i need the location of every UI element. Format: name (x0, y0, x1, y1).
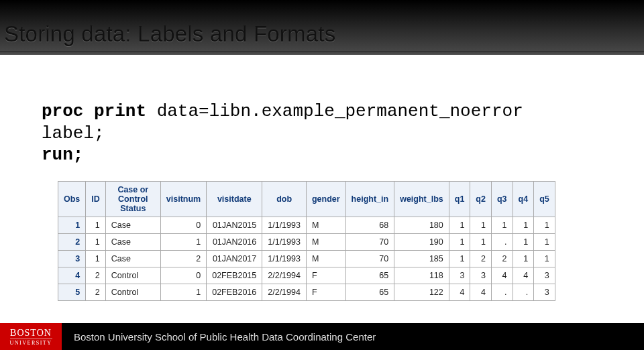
cell: Case (105, 217, 160, 233)
code-keyword: proc print (42, 101, 157, 121)
col-obs: Obs (58, 181, 86, 217)
cell: 01JAN2016 (207, 233, 262, 250)
cell-obs: 1 (58, 217, 86, 233)
col-height: height_in (345, 181, 394, 217)
cell: 65 (345, 284, 394, 300)
cell: M (306, 217, 345, 233)
logo-line2: UNIVERSITY (10, 339, 52, 346)
cell: 1 (470, 233, 492, 250)
cell: 1 (160, 284, 206, 300)
table-header-row: Obs ID Case or Control Status visitnum v… (58, 181, 555, 217)
table-row: 1 1 Case 0 01JAN2015 1/1/1993 M 68 180 1… (58, 217, 555, 233)
cell: 2 (491, 250, 513, 267)
cell: 1 (470, 217, 492, 233)
col-weight: weight_lbs (394, 181, 449, 217)
cell-obs: 3 (58, 250, 86, 267)
cell: 4 (470, 284, 492, 300)
cell: 1 (160, 233, 206, 250)
cell: 3 (470, 267, 492, 284)
cell: 1 (491, 217, 513, 233)
cell: 01JAN2015 (207, 217, 262, 233)
cell: 01JAN2017 (207, 250, 262, 267)
col-gender: gender (306, 181, 345, 217)
cell: 1 (86, 217, 106, 233)
cell: 2 (160, 250, 206, 267)
cell: 2/2/1994 (262, 267, 307, 284)
col-dob: dob (262, 181, 307, 217)
code-block: proc print data=libn.example_permanent_n… (42, 101, 617, 166)
cell: 70 (345, 233, 394, 250)
cell: . (491, 284, 513, 300)
cell: 65 (345, 267, 394, 284)
cell: 70 (345, 250, 394, 267)
cell: 3 (449, 267, 470, 284)
col-visitnum: visitnum (160, 181, 206, 217)
table-row: 2 1 Case 1 01JAN2016 1/1/1993 M 70 190 1… (58, 233, 555, 250)
col-q3: q3 (491, 181, 513, 217)
cell: 68 (345, 217, 394, 233)
cell: 02FEB2016 (207, 284, 262, 300)
cell: M (306, 233, 345, 250)
cell: 2 (86, 267, 106, 284)
table-body: 1 1 Case 0 01JAN2015 1/1/1993 M 68 180 1… (58, 217, 555, 300)
cell: Control (105, 284, 160, 300)
cell-obs: 4 (58, 267, 86, 284)
cell: 2 (86, 284, 106, 300)
cell: 1 (534, 250, 555, 267)
col-q4: q4 (513, 181, 534, 217)
cell: 0 (160, 267, 206, 284)
output-table: Obs ID Case or Control Status visitnum v… (58, 181, 555, 301)
cell: 122 (394, 284, 449, 300)
cell: 2 (470, 250, 492, 267)
cell: Control (105, 267, 160, 284)
output-table-wrap: Obs ID Case or Control Status visitnum v… (58, 181, 617, 301)
cell: 1/1/1993 (262, 217, 307, 233)
cell: 1 (449, 233, 470, 250)
cell: F (306, 267, 345, 284)
table-row: 3 1 Case 2 01JAN2017 1/1/1993 M 70 185 1… (58, 250, 555, 267)
cell: 1 (513, 217, 534, 233)
cell: 1 (513, 250, 534, 267)
code-keyword: run; (42, 145, 83, 165)
cell: 1 (86, 250, 106, 267)
cell: 02FEB2015 (207, 267, 262, 284)
cell: 1 (449, 217, 470, 233)
footer-bar: BOSTON UNIVERSITY Boston University Scho… (0, 323, 644, 350)
cell: 1 (86, 233, 106, 250)
cell: 180 (394, 217, 449, 233)
table-row: 4 2 Control 0 02FEB2015 2/2/1994 F 65 11… (58, 267, 555, 284)
bu-logo: BOSTON UNIVERSITY (0, 323, 62, 350)
cell: 190 (394, 233, 449, 250)
cell: 185 (394, 250, 449, 267)
cell: 1 (534, 233, 555, 250)
slide-title: Storing data: Labels and Formats (4, 21, 335, 47)
slide: Storing data: Labels and Formats proc pr… (0, 0, 644, 362)
cell: M (306, 250, 345, 267)
title-underline (0, 51, 644, 52)
col-visitdate: visitdate (207, 181, 262, 217)
table-row: 5 2 Control 1 02FEB2016 2/2/1994 F 65 12… (58, 284, 555, 300)
cell: 1 (513, 233, 534, 250)
cell: F (306, 284, 345, 300)
cell: Case (105, 250, 160, 267)
cell: 3 (534, 267, 555, 284)
cell-obs: 5 (58, 284, 86, 300)
cell: 1 (534, 217, 555, 233)
cell: Case (105, 233, 160, 250)
cell: 4 (513, 267, 534, 284)
cell: . (491, 233, 513, 250)
col-q2: q2 (470, 181, 492, 217)
cell: 4 (491, 267, 513, 284)
cell: 118 (394, 267, 449, 284)
code-text: label; (42, 123, 105, 143)
logo-line1: BOSTON (10, 328, 52, 339)
footer-text: Boston University School of Public Healt… (74, 331, 376, 343)
col-q1: q1 (449, 181, 470, 217)
col-q5: q5 (534, 181, 555, 217)
cell: 0 (160, 217, 206, 233)
code-text: data=libn.example_permanent_noerror (157, 101, 523, 121)
col-id: ID (86, 181, 106, 217)
cell-obs: 2 (58, 233, 86, 250)
cell: 2/2/1994 (262, 284, 307, 300)
cell: 1 (449, 250, 470, 267)
